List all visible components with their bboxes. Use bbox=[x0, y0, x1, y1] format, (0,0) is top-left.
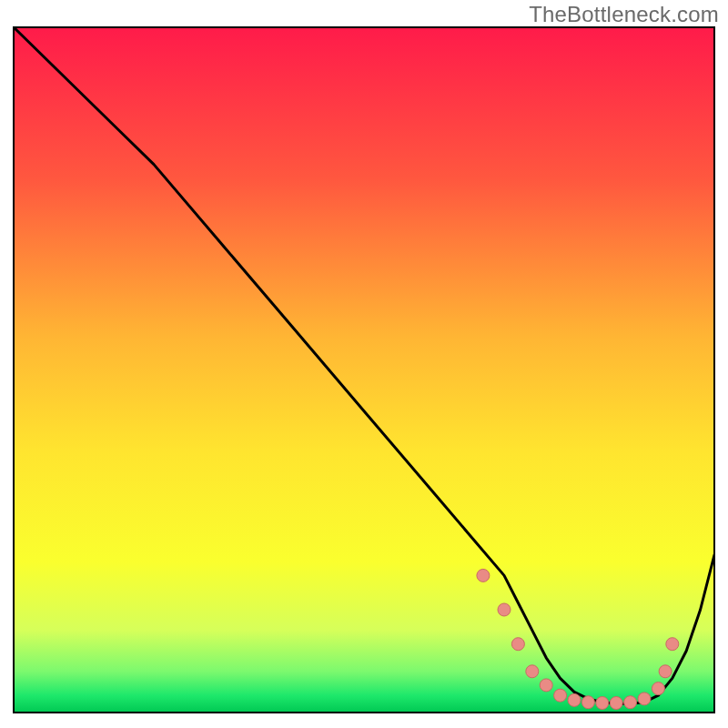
curve-marker bbox=[666, 638, 679, 651]
curve-marker bbox=[581, 696, 594, 709]
curve-marker bbox=[652, 682, 664, 695]
curve-marker bbox=[540, 679, 552, 692]
watermark-text: TheBottleneck.com bbox=[529, 2, 719, 27]
curve-marker bbox=[596, 697, 609, 710]
curve-marker bbox=[526, 665, 539, 678]
curve-marker bbox=[554, 689, 567, 702]
curve-marker bbox=[610, 697, 622, 710]
chart-stage: TheBottleneck.com bbox=[0, 0, 728, 728]
curve-marker bbox=[498, 603, 511, 616]
curve-marker bbox=[659, 665, 672, 678]
curve-marker bbox=[568, 693, 581, 706]
curve-marker bbox=[511, 638, 524, 651]
curve-marker bbox=[477, 569, 490, 581]
curve-marker bbox=[624, 696, 637, 709]
curve-marker bbox=[638, 693, 651, 705]
bottleneck-chart bbox=[0, 0, 728, 728]
